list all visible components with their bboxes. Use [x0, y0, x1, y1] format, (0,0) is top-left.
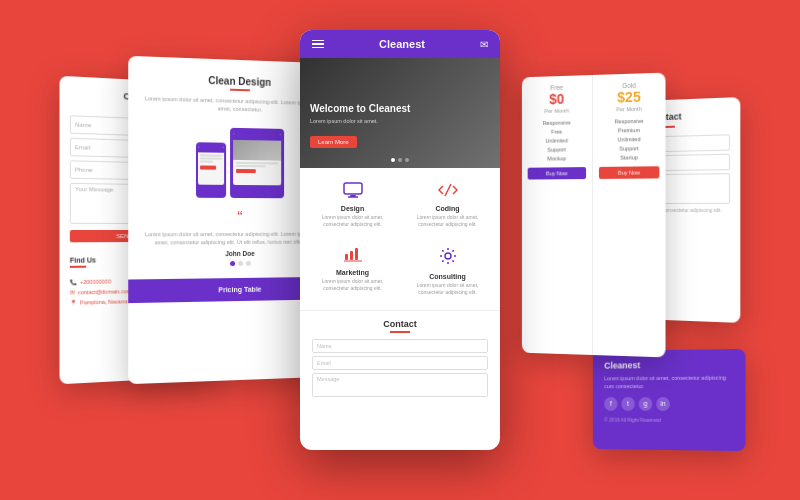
hero-dots [391, 158, 409, 162]
gold-plan: Gold $25 Per Month Responsive Premium Un… [593, 73, 666, 358]
gold-plan-period: Per Month [599, 105, 659, 113]
phone-contact-email[interactable]: Email [312, 356, 488, 370]
marketing-desc: Lorem ipsum dolor sit amet, consectetur … [312, 278, 393, 292]
hero-content: Welcome to Cleanest Lorem ipsum dolor si… [310, 103, 490, 148]
hero-section: Welcome to Cleanest Lorem ipsum dolor si… [300, 58, 500, 168]
hero-learn-more-button[interactable]: Learn More [310, 136, 357, 148]
phone-contact-name[interactable]: Name [312, 339, 488, 353]
hero-dot-3 [405, 158, 409, 162]
coding-service: Coding Lorem ipsum dolor sit amet, conse… [403, 176, 492, 234]
hero-title: Welcome to Cleanest [310, 103, 490, 114]
gold-feature-1: Responsive [599, 117, 659, 124]
clean-design-underline [230, 89, 250, 92]
consulting-desc: Lorem ipsum dolor sit amet, consectetur … [407, 282, 488, 296]
design-icon [312, 182, 393, 202]
googleplus-icon[interactable]: g [639, 397, 653, 411]
phone-header: Cleanest ✉ [300, 30, 500, 58]
svg-rect-0 [344, 183, 362, 194]
linkedin-icon[interactable]: in [656, 396, 670, 410]
screens-container: Contact Name Email Phone Your Message SE… [0, 0, 800, 500]
gold-feature-3: Unlimited [599, 136, 659, 143]
marketing-icon [312, 246, 393, 266]
gold-buy-button[interactable]: Buy Now [599, 166, 659, 179]
copyright: © 2016 All Right Reserved [604, 416, 733, 423]
marketing-service: Marketing Lorem ipsum dolor sit amet, co… [308, 240, 397, 302]
free-buy-button[interactable]: Buy Now [528, 167, 586, 179]
twitter-icon[interactable]: t [621, 397, 634, 411]
gold-feature-2: Premium [599, 126, 659, 133]
svg-rect-6 [355, 248, 358, 260]
marketing-name: Marketing [312, 269, 393, 276]
consulting-service: Consulting Lorem ipsum dolor sit amet, c… [403, 240, 492, 302]
svg-rect-4 [345, 254, 348, 260]
social-icons: f t g in [604, 396, 733, 410]
free-feature-5: Mockup [528, 155, 586, 162]
free-feature-3: Unlimited [528, 137, 586, 144]
hero-subtitle: Lorem ipsum dolor sit amet. [310, 118, 490, 124]
gold-feature-4: Support [599, 145, 659, 152]
hamburger-menu[interactable] [312, 40, 324, 49]
phone-contact-underline [390, 331, 410, 333]
pricing-columns: Free $0 Per Month Responsive Free Unlimi… [522, 73, 666, 358]
footer-title: Cleanest [604, 359, 733, 370]
pricing-card: Free $0 Per Month Responsive Free Unlimi… [522, 73, 666, 358]
phone-logo: Cleanest [379, 38, 425, 50]
free-plan: Free $0 Per Month Responsive Free Unlimi… [522, 75, 593, 355]
dot-3 [245, 261, 250, 266]
hero-dot-1 [391, 158, 395, 162]
free-plan-price: $0 [528, 90, 586, 108]
services-grid: Design Lorem ipsum dolor sit amet, conse… [300, 168, 500, 310]
gold-plan-price: $25 [599, 88, 659, 107]
mail-icon[interactable]: ✉ [480, 39, 488, 50]
design-service: Design Lorem ipsum dolor sit amet, conse… [308, 176, 397, 234]
facebook-icon[interactable]: f [604, 397, 617, 411]
phone-device [195, 142, 225, 198]
coding-name: Coding [407, 205, 488, 212]
phone-screen [197, 146, 223, 185]
free-feature-1: Responsive [528, 119, 586, 126]
free-feature-4: Support [528, 146, 586, 153]
design-name: Design [312, 205, 393, 212]
svg-rect-5 [350, 251, 353, 260]
consulting-name: Consulting [407, 273, 488, 280]
footer-cleanest-card: Cleanest Lorem ipsum dolor sit amet, con… [593, 349, 746, 451]
footer-text: Lorem ipsum dolor sit amet, consectetur … [604, 373, 733, 390]
svg-point-8 [445, 253, 451, 259]
svg-line-3 [445, 184, 451, 196]
design-desc: Lorem ipsum dolor sit amet, consectetur … [312, 214, 393, 228]
coding-icon [407, 182, 488, 202]
tablet-screen [233, 132, 281, 184]
phone-contact-title: Contact [312, 319, 488, 329]
tablet-device [230, 127, 284, 197]
dot-2 [238, 261, 243, 266]
dot-1 [230, 261, 235, 266]
main-phone-card: Cleanest ✉ Welcome to Cleanest Lorem ips… [300, 30, 500, 450]
consulting-icon [407, 246, 488, 270]
phone-contact-message[interactable]: Message [312, 373, 488, 397]
free-plan-period: Per Month [528, 107, 586, 114]
hero-dot-2 [398, 158, 402, 162]
gold-feature-5: Startup [599, 154, 659, 161]
free-feature-2: Free [528, 128, 586, 135]
phone-contact-section: Contact Name Email Message [300, 310, 500, 408]
coding-desc: Lorem ipsum dolor sit amet, consectetur … [407, 214, 488, 228]
find-us-underline [70, 266, 86, 268]
